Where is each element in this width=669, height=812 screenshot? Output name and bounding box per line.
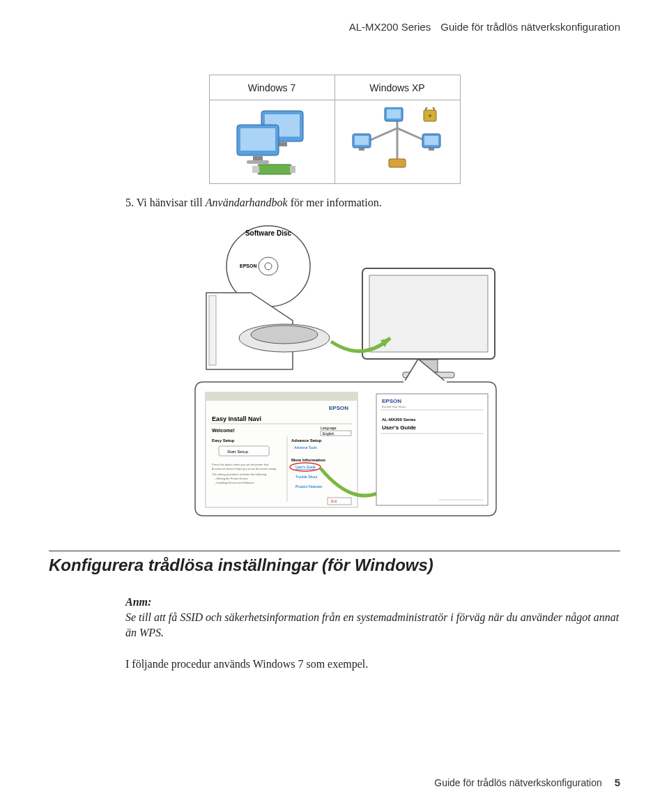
svg-rect-26 (209, 296, 216, 365)
navi-hint2: A series of movies helps you to set the … (212, 467, 277, 470)
navi-exit: Exit (331, 499, 337, 503)
monitors-icon (223, 107, 321, 177)
step-emph: Användarhandbok (206, 197, 288, 208)
svg-rect-16 (359, 148, 364, 151)
navi-adv-tools: Advance Tools (294, 445, 317, 450)
os-table: Windows 7 Windows XP (209, 75, 461, 184)
navi-easy-setup: Easy Setup (212, 438, 235, 443)
step-prefix: Vi hänvisar till (137, 197, 206, 208)
step-number: 5. (125, 197, 134, 208)
svg-rect-31 (403, 381, 447, 383)
navi-lang-label: Language: (321, 426, 337, 430)
navi-hint5: - Installing Drivers and Software (215, 481, 254, 484)
svg-rect-6 (247, 160, 269, 164)
page-number: 5 (615, 776, 620, 788)
navi-title: Easy Install Navi (212, 415, 261, 422)
step-5-text: 5. Vi hänvisar till Användarhandbok för … (125, 197, 620, 209)
svg-point-11 (429, 114, 431, 117)
page-footer: Guide för trådlös nätverkskonfiguration … (434, 776, 620, 788)
navi-start: Start Setup (227, 450, 249, 454)
os-header-winxp: Windows XP (334, 75, 460, 100)
os-header-win7: Windows 7 (209, 75, 334, 100)
svg-rect-20 (389, 159, 406, 167)
pc-tray-icon (206, 293, 330, 369)
svg-rect-8 (290, 166, 295, 173)
install-diagram: Software Disc EPSON EPSON Easy Install N… (153, 223, 516, 523)
navi-hint4: - Setting the Printer Device (215, 477, 249, 480)
procedure-text: I följande procedur används Windows 7 so… (125, 658, 620, 671)
note-label: Anm: (125, 596, 620, 608)
svg-rect-19 (429, 148, 434, 151)
navi-hint1: Press this button when you set the print… (212, 463, 269, 466)
svg-rect-15 (355, 136, 369, 145)
navi-more: More Information (291, 458, 325, 462)
svg-rect-33 (206, 392, 357, 401)
navi-brand: EPSON (329, 405, 348, 411)
guide-brand: EPSON (382, 398, 401, 404)
footer-text: Guide för trådlös nätverkskonfiguration (434, 777, 601, 788)
svg-rect-39 (376, 394, 488, 505)
svg-rect-18 (424, 136, 438, 145)
doc-title: Guide för trådlös nätverkskonfiguration (440, 21, 620, 33)
install-navi-window: EPSON Easy Install Navi Welcome! Languag… (206, 392, 357, 507)
page-header: AL-MX200 Series Guide för trådlös nätver… (49, 21, 620, 33)
navi-product: Product Features (295, 484, 323, 489)
product-name: AL-MX200 Series (349, 21, 431, 33)
navi-welcome: Welcome! (212, 428, 235, 433)
navi-adv: Advance Setup (291, 438, 322, 443)
disc-label: Software Disc (245, 229, 292, 237)
svg-rect-9 (252, 166, 259, 173)
svg-rect-5 (253, 156, 263, 160)
navi-trouble: Trouble Shoot (295, 475, 318, 479)
navi-hint3: The setting procedure includes the follo… (212, 473, 267, 476)
network-lock-icon (348, 107, 446, 177)
step-suffix: för mer information. (288, 197, 382, 208)
guide-series: AL-MX200 Series (382, 418, 416, 422)
svg-rect-13 (387, 109, 401, 118)
svg-text:Exceed Your Vision: Exceed Your Vision (382, 405, 406, 408)
svg-point-23 (265, 263, 272, 270)
section-heading: Konfigurera trådlösa inställningar (för … (49, 556, 620, 575)
monitor-icon (362, 268, 495, 378)
navi-users-guide-link: User's Guide (295, 465, 316, 469)
svg-point-25 (251, 325, 318, 344)
navi-lang-value: English (323, 431, 334, 436)
os-icon-winxp (334, 100, 460, 184)
disc-brand: EPSON (240, 263, 257, 268)
section-rule (49, 551, 620, 551)
svg-rect-7 (258, 164, 291, 174)
os-icon-win7 (209, 100, 334, 184)
guide-title: User's Guide (382, 424, 417, 431)
note-body: Se till att få SSID och säkerhetsinforma… (125, 610, 620, 640)
users-guide-doc: EPSON Exceed Your Vision AL-MX200 Series… (376, 394, 488, 505)
svg-rect-4 (240, 128, 275, 151)
